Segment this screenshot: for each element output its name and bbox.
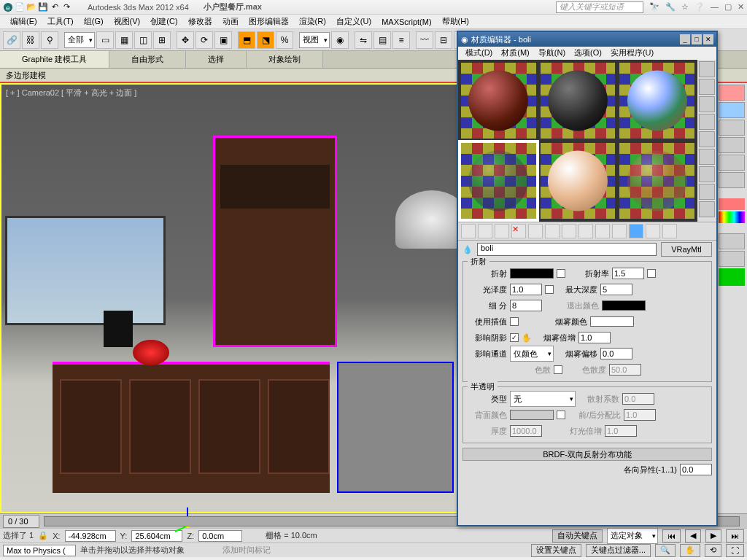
ribbon-tab-selection[interactable]: 选择 <box>186 51 247 68</box>
color-spectrum[interactable] <box>719 211 745 223</box>
nav-orbit-icon[interactable]: ⟲ <box>705 544 721 557</box>
make-unique-icon[interactable] <box>545 224 560 238</box>
sample-uv-icon[interactable] <box>699 114 715 130</box>
menu-edit[interactable]: 编辑(E) <box>6 15 42 28</box>
options-icon[interactable] <box>699 166 715 182</box>
mat-map-nav-icon[interactable] <box>699 201 715 217</box>
close-icon[interactable]: ✕ <box>738 2 744 12</box>
assign-icon[interactable] <box>495 224 509 238</box>
curve-editor-icon[interactable]: 〰 <box>416 31 433 49</box>
material-id-icon[interactable] <box>578 224 593 238</box>
play-back-icon[interactable]: ◀ <box>685 529 701 542</box>
help-icon[interactable]: ❔ <box>694 2 705 12</box>
unlink-icon[interactable]: ⛓ <box>22 31 39 49</box>
subdiv-spinner[interactable]: 8 <box>510 300 542 311</box>
undo-icon[interactable]: ↶ <box>50 2 60 12</box>
eyedropper-icon[interactable]: 💧 <box>462 245 473 254</box>
show-map-icon[interactable] <box>595 224 610 238</box>
refract-color-swatch[interactable] <box>510 268 554 279</box>
go-forward-icon[interactable] <box>662 224 677 238</box>
menu-grapheditor[interactable]: 图形编辑器 <box>244 15 293 28</box>
keymode-dropdown[interactable]: 选定对象 <box>607 528 658 544</box>
menu-maxscript[interactable]: MAXScript(M) <box>377 17 436 27</box>
go-sibling-icon[interactable] <box>646 224 660 238</box>
create-tab-icon[interactable] <box>719 85 745 101</box>
play-icon[interactable]: ▶ <box>705 529 721 542</box>
select-by-mat-icon[interactable] <box>699 184 715 200</box>
material-editor-titlebar[interactable]: ◉ 材质编辑器 - boli _ □ ✕ <box>458 32 716 47</box>
select-name-icon[interactable]: ▦ <box>115 31 133 49</box>
material-slot-2[interactable] <box>539 61 617 140</box>
window-crossing-icon[interactable]: ⊞ <box>153 31 171 49</box>
binoculars-icon[interactable]: 🔭 <box>649 2 659 12</box>
ior-spinner[interactable]: 1.5 <box>612 268 644 279</box>
mat-menu-material[interactable]: 材质(M) <box>498 47 533 60</box>
shadow-checkbox[interactable]: ✓ <box>510 333 519 342</box>
rotate-icon[interactable]: ⟳ <box>196 31 213 49</box>
menu-tools[interactable]: 工具(T) <box>43 15 78 28</box>
refract-map-checkbox[interactable] <box>557 269 565 278</box>
gloss-map-checkbox[interactable] <box>545 285 554 294</box>
minimize-icon[interactable]: — <box>711 2 719 12</box>
fogmult-spinner[interactable]: 1.0 <box>578 332 611 343</box>
video-check-icon[interactable] <box>699 131 715 147</box>
gloss-spinner[interactable]: 1.0 <box>510 284 542 295</box>
maxscript-listener[interactable]: Max to Physics ( <box>3 545 76 556</box>
selection-filter-dropdown[interactable]: 全部 <box>64 32 95 48</box>
menu-views[interactable]: 视图(V) <box>109 15 145 28</box>
maxdepth-spinner[interactable]: 5 <box>600 284 632 295</box>
nav-max-icon[interactable]: ⛶ <box>726 544 744 557</box>
panel-button[interactable] <box>719 233 745 249</box>
align-icon[interactable]: ▤ <box>374 31 391 49</box>
select-region-icon[interactable]: ◫ <box>134 31 152 49</box>
display-tab-icon[interactable] <box>719 155 745 171</box>
tool-icon[interactable]: 🔧 <box>665 2 676 12</box>
menu-modifiers[interactable]: 修改器 <box>184 15 217 28</box>
nav-pan-icon[interactable]: ✋ <box>680 544 700 557</box>
ribbon-tab-freeform[interactable]: 自由形式 <box>109 51 186 68</box>
menu-customize[interactable]: 自定义(U) <box>332 15 376 28</box>
keyfilter-button[interactable]: 关键点过滤器... <box>586 544 651 557</box>
show-end-icon[interactable] <box>612 224 627 238</box>
search-input[interactable]: 键入关键字或短语 <box>556 1 643 13</box>
put-to-lib-icon[interactable] <box>562 224 576 238</box>
ribbon-tab-paint[interactable]: 对象绘制 <box>247 51 323 68</box>
hierarchy-tab-icon[interactable] <box>719 120 745 136</box>
make-copy-icon[interactable] <box>528 224 543 238</box>
x-coord-input[interactable]: -44.928cm <box>65 530 116 542</box>
material-slot-1[interactable] <box>460 61 538 140</box>
modify-tab-icon[interactable] <box>719 102 745 118</box>
ref-coord-dropdown[interactable]: 视图 <box>299 32 330 48</box>
maximize-icon[interactable]: □ <box>692 34 702 44</box>
link-icon[interactable]: 🔗 <box>3 31 20 49</box>
frame-indicator[interactable]: 0 / 30 <box>3 515 39 528</box>
snap-toggle-icon[interactable]: ⬒ <box>238 31 255 49</box>
maximize-icon[interactable]: ▢ <box>724 2 732 12</box>
menu-rendering[interactable]: 渲染(R) <box>295 15 330 28</box>
angle-snap-icon[interactable]: ⬔ <box>257 31 274 49</box>
menu-help[interactable]: 帮助(H) <box>438 15 473 28</box>
star-icon[interactable]: ☆ <box>681 2 689 12</box>
put-to-scene-icon[interactable] <box>478 224 492 238</box>
material-slot-6[interactable] <box>618 141 696 220</box>
menu-create[interactable]: 创建(C) <box>146 15 182 28</box>
bind-icon[interactable]: ⚲ <box>41 31 58 49</box>
go-parent-icon[interactable] <box>629 224 643 238</box>
menu-animation[interactable]: 动画 <box>218 15 243 28</box>
pivot-icon[interactable]: ◉ <box>331 31 349 49</box>
brdf-rollout-button[interactable]: BRDF-双向反射分布功能 <box>462 448 712 461</box>
background-icon[interactable] <box>699 96 715 112</box>
mat-menu-mode[interactable]: 模式(D) <box>462 47 495 60</box>
get-material-icon[interactable] <box>461 224 476 238</box>
material-slot-5[interactable] <box>539 141 617 220</box>
exitcolor-swatch[interactable] <box>602 300 646 311</box>
scale-icon[interactable]: ▣ <box>214 31 232 49</box>
sample-type-icon[interactable] <box>699 61 715 77</box>
mat-menu-utilities[interactable]: 实用程序(U) <box>608 47 657 60</box>
play-next-icon[interactable]: ⏭ <box>726 529 744 542</box>
back-checkbox[interactable] <box>557 411 565 419</box>
color-swatch[interactable] <box>719 198 745 210</box>
translucency-type-dropdown[interactable]: 无 <box>510 391 576 407</box>
motion-tab-icon[interactable] <box>719 137 745 153</box>
time-tag-label[interactable]: 添加时间标记 <box>222 545 271 556</box>
